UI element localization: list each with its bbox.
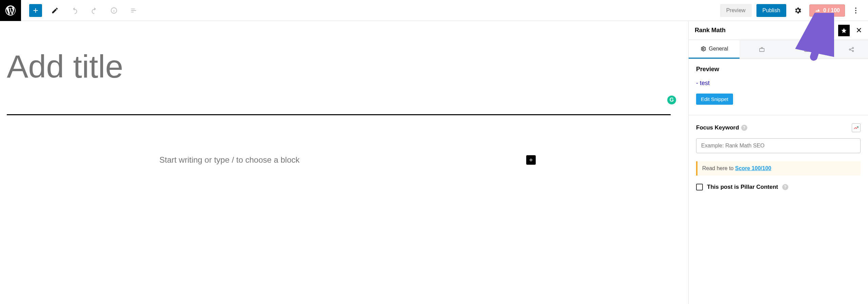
undo-button[interactable] [68, 4, 81, 17]
block-hint-text: Start writing or type / to choose a bloc… [159, 155, 300, 165]
favorite-button[interactable] [838, 25, 850, 36]
tab-general[interactable]: General [689, 40, 739, 59]
section-divider [689, 115, 868, 115]
title-area: G [7, 21, 688, 92]
tab-advanced[interactable] [739, 40, 784, 59]
share-icon [848, 46, 854, 53]
tab-schema[interactable] [784, 40, 829, 59]
redo-icon [91, 7, 98, 14]
wordpress-icon [4, 4, 17, 17]
sidebar-header: Rank Math ✕ [689, 21, 868, 40]
toolbar-right: Preview Publish 0 / 100 [720, 4, 868, 17]
publish-button[interactable]: Publish [756, 4, 786, 17]
schema-icon [804, 46, 810, 53]
svg-point-6 [702, 48, 704, 50]
info-button[interactable] [107, 4, 121, 17]
svg-point-4 [855, 10, 856, 11]
sidebar-tabs: General [689, 40, 868, 59]
help-icon[interactable]: ? [782, 184, 788, 190]
empty-block-prompt[interactable]: Start writing or type / to choose a bloc… [159, 155, 536, 165]
list-icon [130, 7, 137, 14]
trend-icon [853, 125, 859, 130]
gear-icon [794, 6, 802, 15]
rankmath-sidebar: Rank Math ✕ General Preview - test Edit … [688, 21, 868, 304]
focus-keyword-row: Focus Keyword ? [696, 123, 861, 132]
outline-button[interactable] [127, 4, 140, 17]
seo-score-text: 0 / 100 [823, 7, 840, 14]
pillar-content-row: This post is Pillar Content ? [696, 184, 861, 190]
inline-add-block-button[interactable] [526, 155, 536, 165]
wordpress-logo[interactable] [0, 0, 21, 21]
kebab-icon [852, 6, 860, 15]
tab-general-label: General [709, 46, 728, 52]
tab-social[interactable] [829, 40, 868, 59]
edit-mode-button[interactable] [48, 4, 62, 17]
rankmath-icon [814, 7, 821, 14]
close-icon: ✕ [856, 26, 862, 35]
svg-rect-8 [805, 48, 809, 52]
close-sidebar-button[interactable]: ✕ [856, 27, 862, 34]
help-icon[interactable]: ? [741, 125, 747, 131]
redo-button[interactable] [87, 4, 101, 17]
grammarly-badge[interactable]: G [667, 96, 676, 104]
pencil-icon [51, 7, 59, 14]
focus-keyword-label: Focus Keyword ? [696, 124, 747, 131]
trends-button[interactable] [852, 123, 861, 132]
editor-top-bar: Preview Publish 0 / 100 [0, 0, 868, 21]
pillar-checkbox[interactable] [696, 184, 703, 190]
sidebar-title: Rank Math [695, 27, 726, 34]
svg-rect-7 [760, 48, 764, 52]
pillar-label: This post is Pillar Content [707, 184, 778, 190]
sidebar-body: Preview - test Edit Snippet Focus Keywor… [689, 59, 868, 197]
focus-keyword-input[interactable] [696, 138, 861, 153]
add-block-button[interactable] [29, 4, 42, 17]
svg-point-5 [855, 12, 856, 14]
undo-icon [71, 7, 78, 14]
plus-icon [32, 7, 39, 14]
grammarly-icon: G [670, 97, 674, 103]
toolbar-left [21, 4, 140, 17]
edit-snippet-button[interactable]: Edit Snippet [696, 94, 733, 105]
editor-canvas: G Start writing or type / to choose a bl… [0, 21, 688, 304]
title-separator [7, 114, 671, 115]
more-options-button[interactable] [850, 4, 862, 17]
score-notice: Read here to Score 100/100 [696, 161, 861, 176]
notice-prefix: Read here to [702, 165, 735, 171]
info-icon [110, 7, 118, 14]
post-title-input[interactable] [7, 21, 675, 92]
preview-button[interactable]: Preview [720, 4, 752, 17]
snippet-preview-title[interactable]: - test [696, 80, 861, 87]
notice-link[interactable]: Score 100/100 [735, 165, 771, 171]
plus-icon [528, 157, 534, 163]
preview-heading: Preview [696, 66, 861, 73]
seo-score-badge[interactable]: 0 / 100 [809, 4, 845, 17]
gear-icon [700, 46, 706, 52]
focus-keyword-label-text: Focus Keyword [696, 124, 739, 131]
settings-button[interactable] [791, 4, 805, 17]
briefcase-icon [759, 46, 765, 53]
star-icon [841, 27, 847, 34]
svg-point-3 [855, 7, 856, 9]
